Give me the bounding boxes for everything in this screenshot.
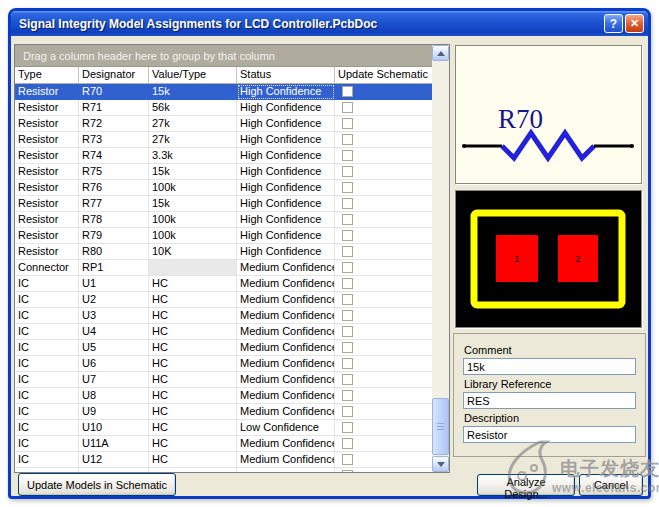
comment-input[interactable] (463, 358, 636, 375)
grid-header-row: Type Designator Value/Type Status Update… (15, 67, 432, 84)
column-header-value-type[interactable]: Value/Type (149, 67, 237, 84)
update-schematic-checkbox[interactable] (342, 278, 353, 289)
table-row[interactable]: ResistorR7515kHigh Confidence (15, 164, 432, 180)
cell-designator: R78 (79, 212, 149, 228)
cell-status: High Confidence (237, 180, 335, 196)
vertical-scrollbar[interactable] (432, 45, 449, 472)
help-button[interactable]: ? (604, 14, 623, 33)
cell-designator: R76 (79, 180, 149, 196)
cell-update-schematic (335, 84, 432, 100)
table-row[interactable]: ICU4HCMedium Confidence (15, 324, 432, 340)
scroll-down-button[interactable] (432, 456, 449, 472)
update-schematic-checkbox[interactable] (342, 358, 353, 369)
update-schematic-checkbox[interactable] (342, 134, 353, 145)
table-row[interactable]: ICU9HCMedium Confidence (15, 404, 432, 420)
cell-type: IC (15, 276, 79, 292)
cell-designator: R70 (79, 84, 149, 100)
column-header-status[interactable]: Status (237, 67, 335, 84)
table-row[interactable]: ResistorR7156kHigh Confidence (15, 100, 432, 116)
cell-update-schematic (335, 244, 432, 260)
update-schematic-checkbox[interactable] (342, 294, 353, 305)
update-schematic-checkbox[interactable] (342, 342, 353, 353)
table-row[interactable]: ResistorR76100kHigh Confidence (15, 180, 432, 196)
close-button[interactable]: ✕ (625, 14, 644, 33)
cell-type: Resistor (15, 228, 79, 244)
table-row[interactable]: ResistorR7227kHigh Confidence (15, 116, 432, 132)
update-schematic-checkbox[interactable] (342, 118, 353, 129)
cell-value-type: 10K (149, 244, 237, 260)
title-bar[interactable]: Signal Integrity Model Assignments for L… (11, 11, 648, 36)
cell-value-type: HC (149, 452, 237, 468)
table-row[interactable]: ICU6HCMedium Confidence (15, 356, 432, 372)
table-row[interactable]: ConnectorRP1Medium Confidence (15, 260, 432, 276)
group-by-bar[interactable]: Drag a column header here to group by th… (15, 45, 432, 67)
description-input[interactable] (463, 426, 636, 443)
cell-status: High Confidence (237, 228, 335, 244)
update-schematic-checkbox[interactable] (342, 102, 353, 113)
update-schematic-checkbox[interactable] (342, 262, 353, 273)
cell-value-type: HC (149, 356, 237, 372)
table-row[interactable]: ICU8HCMedium Confidence (15, 388, 432, 404)
table-row[interactable]: ResistorR7015kHigh Confidence (15, 84, 432, 100)
update-schematic-checkbox[interactable] (342, 470, 353, 473)
cell-type: IC (15, 340, 79, 356)
cell-value-type: HC (149, 388, 237, 404)
update-schematic-checkbox[interactable] (342, 374, 353, 385)
update-schematic-checkbox[interactable] (342, 166, 353, 177)
update-schematic-checkbox[interactable] (342, 198, 353, 209)
table-row[interactable]: ICU5HCMedium Confidence (15, 340, 432, 356)
column-header-designator[interactable]: Designator (79, 67, 149, 84)
cell-type: Resistor (15, 180, 79, 196)
cell-status: Medium Confidence (237, 372, 335, 388)
scroll-up-button[interactable] (432, 45, 449, 61)
cell-value-type: HC (149, 340, 237, 356)
table-row[interactable]: ICU7HCMedium Confidence (15, 372, 432, 388)
scroll-down-icon (437, 462, 445, 467)
update-schematic-checkbox[interactable] (342, 406, 353, 417)
table-row[interactable]: ICU11AHCMedium Confidence (15, 436, 432, 452)
analyze-design-button[interactable]: Analyze Design... (477, 474, 575, 496)
table-row[interactable]: ICU2HCMedium Confidence (15, 292, 432, 308)
cell-type: IC (15, 324, 79, 340)
cell-designator: R80 (79, 244, 149, 260)
update-models-button[interactable]: Update Models in Schematic (18, 473, 176, 496)
update-schematic-checkbox[interactable] (342, 422, 353, 433)
help-icon: ? (610, 17, 617, 31)
table-row[interactable]: ResistorR8010KHigh Confidence (15, 244, 432, 260)
update-schematic-checkbox[interactable] (342, 214, 353, 225)
cell-designator: RP1 (79, 260, 149, 276)
update-schematic-checkbox[interactable] (342, 182, 353, 193)
table-row[interactable]: ResistorR79100kHigh Confidence (15, 228, 432, 244)
cell-status: High Confidence (237, 164, 335, 180)
table-row[interactable]: ICU10HCLow Confidence (15, 420, 432, 436)
table-row[interactable]: ResistorR7715kHigh Confidence (15, 196, 432, 212)
cell-type: Resistor (15, 244, 79, 260)
update-schematic-checkbox[interactable] (342, 230, 353, 241)
cancel-button[interactable]: Cancel (579, 474, 643, 496)
column-header-type[interactable]: Type (15, 67, 79, 84)
update-schematic-checkbox[interactable] (342, 86, 353, 97)
cell-update-schematic (335, 468, 432, 473)
update-schematic-checkbox[interactable] (342, 150, 353, 161)
update-schematic-checkbox[interactable] (342, 246, 353, 257)
table-row[interactable]: ResistorR78100kHigh Confidence (15, 212, 432, 228)
column-header-update-schematic[interactable]: Update Schematic (335, 67, 432, 84)
cell-update-schematic (335, 196, 432, 212)
cell-value-type: HC (149, 292, 237, 308)
cell-update-schematic (335, 180, 432, 196)
table-row[interactable]: ICU3HCMedium Confidence (15, 308, 432, 324)
scrollbar-thumb[interactable] (432, 398, 449, 455)
update-schematic-checkbox[interactable] (342, 310, 353, 321)
update-schematic-checkbox[interactable] (342, 454, 353, 465)
library-reference-input[interactable] (463, 392, 636, 409)
update-schematic-checkbox[interactable] (342, 390, 353, 401)
table-row[interactable]: ResistorR7327kHigh Confidence (15, 132, 432, 148)
update-schematic-checkbox[interactable] (342, 326, 353, 337)
update-schematic-checkbox[interactable] (342, 438, 353, 449)
close-icon: ✕ (630, 17, 639, 30)
table-row[interactable]: ICU1HCMedium Confidence (15, 276, 432, 292)
table-row[interactable]: ICU12HCMedium Confidence (15, 452, 432, 468)
cell-update-schematic (335, 356, 432, 372)
library-reference-label: Library Reference (464, 378, 636, 390)
table-row[interactable]: ResistorR743.3kHigh Confidence (15, 148, 432, 164)
